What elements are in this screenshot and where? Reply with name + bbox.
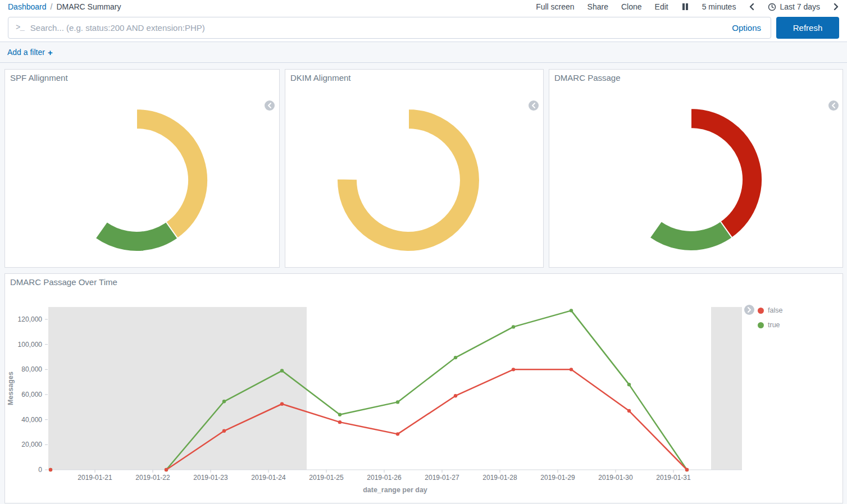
data-point-false[interactable]: [627, 409, 631, 413]
line-legend-items: falsetrue: [758, 303, 782, 332]
pause-icon[interactable]: [681, 3, 689, 11]
legend-item-true[interactable]: true: [758, 318, 782, 332]
clock-icon: [768, 3, 776, 11]
filter-bar: Add a filter +: [0, 42, 847, 63]
query-bar: >_ Options Refresh: [0, 13, 847, 42]
panel-dmarc-passage: DMARC Passage: [549, 69, 843, 268]
donut-slice-yellow[interactable]: [337, 109, 480, 251]
legend-toggle-chevron-right-icon[interactable]: [744, 305, 754, 315]
svg-text:2019-01-23: 2019-01-23: [193, 474, 228, 482]
svg-text:2019-01-22: 2019-01-22: [135, 474, 170, 482]
data-point-true[interactable]: [570, 309, 573, 312]
panel-title: DMARC Passage: [554, 73, 621, 83]
svg-text:2019-01-21: 2019-01-21: [78, 474, 112, 482]
top-nav-bar: Dashboard / DMARC Summary Full screen Sh…: [0, 0, 847, 13]
terminal-prompt-icon: >_: [16, 23, 24, 32]
data-point-false[interactable]: [222, 429, 226, 433]
legend-label: false: [768, 306, 782, 314]
menu-full-screen[interactable]: Full screen: [536, 2, 574, 11]
menu-edit[interactable]: Edit: [655, 2, 668, 11]
svg-text:100,000: 100,000: [18, 341, 43, 349]
data-point-false[interactable]: [685, 468, 689, 471]
breadcrumb-separator: /: [51, 2, 53, 11]
legend-dot-icon: [758, 308, 764, 314]
svg-text:0: 0: [38, 466, 42, 474]
x-axis-title: date_range per day: [363, 486, 427, 494]
legend-label: true: [768, 321, 780, 329]
data-point-false[interactable]: [165, 468, 168, 471]
panel-title: SPF Allignment: [10, 73, 68, 83]
svg-text:2019-01-25: 2019-01-25: [309, 474, 344, 482]
search-input[interactable]: [29, 22, 725, 33]
legend-toggle-chevron-left-icon[interactable]: [529, 100, 539, 111]
add-filter-link[interactable]: Add a filter: [7, 48, 45, 57]
donut-slice-yellow[interactable]: [136, 109, 208, 239]
data-point-false[interactable]: [280, 402, 284, 406]
top-menu: Full screen Share Clone Edit 5 minutes L…: [536, 2, 839, 11]
donut-chart-spf: [5, 70, 279, 267]
time-range-label: Last 7 days: [780, 2, 820, 11]
data-point-true[interactable]: [338, 413, 341, 416]
data-point-true[interactable]: [627, 383, 631, 386]
svg-text:2019-01-26: 2019-01-26: [367, 474, 402, 482]
data-point-false[interactable]: [512, 368, 515, 371]
menu-share[interactable]: Share: [588, 2, 608, 11]
panel-dmarc-over-time: DMARC Passage Over Time 020,00040,00060,…: [4, 273, 843, 503]
panel-dkim-alignment: DKIM Alignment: [285, 69, 544, 268]
breadcrumb: Dashboard / DMARC Summary: [8, 2, 121, 11]
dashboard-grid: SPF Allignment DKIM Alignment DMARC Pass…: [0, 63, 847, 504]
legend-toggle-chevron-left-icon[interactable]: [265, 100, 275, 111]
chevron-left-icon[interactable]: [749, 3, 755, 11]
y-axis-title: Messages: [7, 372, 15, 405]
svg-text:60,000: 60,000: [21, 391, 42, 398]
time-range-picker[interactable]: Last 7 days: [768, 2, 820, 11]
line-chart-dmarc-over-time: 020,00040,00060,00080,000100,000120,0002…: [5, 274, 843, 503]
legend-dot-icon: [758, 322, 764, 328]
search-box: >_ Options: [8, 17, 771, 39]
breadcrumb-dashboard-link[interactable]: Dashboard: [8, 2, 47, 11]
svg-text:2019-01-30: 2019-01-30: [598, 474, 633, 482]
endzone-right: [711, 307, 742, 470]
donut-chart-dkim: [285, 70, 543, 267]
donut-chart-dmarc: [549, 70, 843, 267]
svg-text:2019-01-28: 2019-01-28: [482, 474, 517, 482]
data-point-true[interactable]: [222, 400, 226, 403]
refresh-button[interactable]: Refresh: [776, 17, 839, 39]
endzone-left: [48, 307, 307, 470]
chevron-right-icon[interactable]: [833, 3, 839, 11]
plus-icon[interactable]: +: [48, 48, 53, 57]
data-point-false[interactable]: [338, 420, 341, 424]
refresh-interval-picker[interactable]: 5 minutes: [702, 2, 736, 11]
data-point-true[interactable]: [454, 356, 457, 359]
panel-title: DKIM Alignment: [290, 73, 351, 83]
svg-text:80,000: 80,000: [21, 365, 42, 373]
svg-text:2019-01-24: 2019-01-24: [251, 474, 286, 482]
page-title: DMARC Summary: [56, 2, 121, 11]
donut-slice-red[interactable]: [691, 108, 762, 238]
data-point-false[interactable]: [570, 368, 573, 371]
data-point-true[interactable]: [396, 400, 399, 404]
options-link[interactable]: Options: [730, 23, 763, 33]
data-point-false[interactable]: [396, 432, 399, 436]
svg-text:2019-01-29: 2019-01-29: [540, 474, 575, 482]
svg-text:40,000: 40,000: [21, 416, 42, 424]
menu-clone[interactable]: Clone: [621, 2, 642, 11]
data-point-false[interactable]: [454, 394, 457, 397]
svg-text:2019-01-31: 2019-01-31: [656, 474, 691, 482]
svg-text:2019-01-27: 2019-01-27: [425, 474, 459, 482]
panel-spf-alignment: SPF Allignment: [4, 69, 280, 268]
data-point-true[interactable]: [512, 325, 515, 328]
data-point-true[interactable]: [280, 369, 284, 372]
legend-item-false[interactable]: false: [758, 303, 782, 318]
panel-title: DMARC Passage Over Time: [10, 277, 117, 287]
data-point-false[interactable]: [49, 468, 52, 471]
svg-text:120,000: 120,000: [18, 315, 43, 323]
legend-toggle-chevron-left-icon[interactable]: [828, 100, 839, 111]
svg-text:20,000: 20,000: [21, 441, 42, 448]
